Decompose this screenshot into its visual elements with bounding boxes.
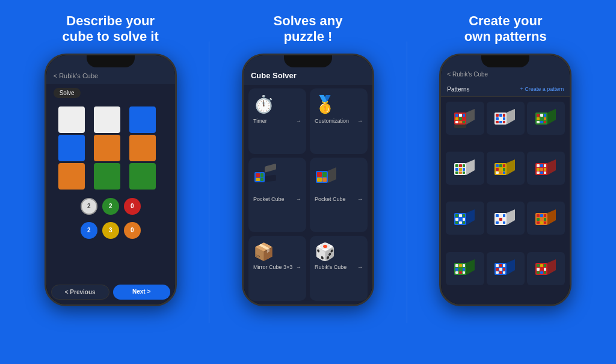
circle-yellow-count: 3 (109, 227, 112, 233)
circle-red[interactable]: 0 (124, 198, 141, 215)
panel-describe: Describe yourcube to solve it < Rubik's … (12, 6, 209, 358)
cube-cell-0[interactable] (58, 106, 85, 133)
svg-rect-39 (544, 114, 546, 117)
prev-button[interactable]: < Previous (51, 285, 109, 300)
phone1-back[interactable]: < Rubik's Cube (54, 72, 99, 79)
svg-rect-30 (499, 117, 502, 120)
medal-icon: 🥇 (315, 94, 363, 114)
svg-rect-122 (463, 271, 465, 274)
svg-marker-57 (466, 159, 475, 175)
svg-rect-75 (544, 168, 546, 171)
circle-orange[interactable]: 0 (124, 222, 141, 239)
svg-rect-44 (540, 121, 543, 123)
svg-rect-76 (537, 171, 540, 174)
pattern-cube-6[interactable] (527, 152, 565, 185)
cube-cell-5[interactable] (129, 135, 156, 161)
svg-rect-104 (540, 214, 543, 217)
phone2-screen: Cube Solver ⏱️ Timer → 🥇 (244, 55, 372, 304)
cube-cell-3[interactable] (58, 135, 85, 161)
svg-rect-82 (459, 214, 462, 217)
cube-cell-8[interactable] (129, 163, 156, 190)
circle-yellow[interactable]: 3 (102, 222, 119, 239)
pattern-cube-5[interactable] (487, 152, 525, 185)
svg-rect-16 (463, 114, 465, 117)
svg-rect-92 (496, 214, 499, 217)
svg-rect-5 (265, 164, 276, 173)
circle-green[interactable]: 2 (102, 198, 119, 215)
phone3-back[interactable]: < Rubik's Cube (447, 71, 488, 78)
svg-rect-118 (459, 268, 462, 271)
svg-rect-103 (537, 214, 540, 217)
next-button[interactable]: Next > (113, 285, 170, 300)
svg-rect-1 (256, 173, 260, 177)
card-customization[interactable]: 🥇 Customization → (310, 88, 368, 154)
svg-rect-52 (459, 168, 462, 171)
pattern-cube-7[interactable] (446, 202, 484, 235)
svg-rect-108 (544, 218, 546, 221)
cube-cell-7[interactable] (94, 163, 120, 190)
svg-marker-101 (507, 209, 515, 225)
svg-rect-3 (256, 178, 260, 181)
svg-rect-74 (540, 168, 543, 171)
svg-rect-43 (537, 121, 540, 123)
card-timer[interactable]: ⏱️ Timer → (248, 88, 306, 154)
svg-rect-73 (537, 168, 540, 171)
circle-white[interactable]: 2 (81, 198, 97, 215)
cube-cell-1[interactable] (94, 106, 120, 133)
svg-rect-107 (540, 218, 543, 221)
cube-cell-6[interactable] (58, 163, 85, 190)
svg-marker-79 (547, 159, 556, 175)
svg-rect-41 (540, 117, 543, 120)
create-pattern-button[interactable]: + Create a pattern (520, 86, 564, 92)
svg-rect-54 (455, 171, 458, 174)
pattern-cube-12[interactable] (527, 252, 565, 285)
svg-rect-65 (496, 171, 499, 174)
svg-marker-90 (466, 209, 475, 225)
timer-label: Timer → (253, 118, 301, 124)
pattern-cube-3[interactable] (527, 102, 565, 135)
svg-rect-60 (499, 164, 502, 167)
svg-rect-24 (454, 125, 466, 128)
svg-rect-110 (540, 221, 543, 224)
pattern-cube-2[interactable] (487, 102, 525, 135)
card-mirror-cube[interactable]: 📦 Mirror Cube 3×3 → (248, 236, 306, 300)
timer-icon: ⏱️ (253, 94, 301, 114)
pattern-cube-4[interactable] (446, 152, 484, 185)
card-pocket-cube-2[interactable]: Pocket Cube → (310, 158, 368, 232)
circle-red-count: 0 (131, 203, 134, 209)
svg-rect-144 (544, 271, 546, 274)
svg-rect-8 (317, 172, 322, 177)
pattern-cube-9[interactable] (527, 202, 565, 235)
cube-cell-4[interactable] (94, 135, 120, 161)
cube-cell-2[interactable] (129, 106, 156, 133)
svg-rect-45 (544, 121, 546, 123)
svg-rect-49 (459, 164, 462, 167)
pattern-cube-8[interactable] (487, 202, 525, 235)
svg-marker-46 (547, 109, 556, 125)
svg-rect-61 (503, 164, 505, 167)
svg-rect-114 (455, 264, 458, 267)
patterns-cube-grid (441, 97, 570, 304)
pattern-cube-10[interactable] (446, 252, 484, 285)
circle-blue[interactable]: 2 (81, 222, 97, 239)
svg-rect-71 (540, 164, 543, 167)
svg-rect-18 (459, 117, 462, 120)
svg-rect-22 (463, 121, 465, 123)
svg-rect-51 (455, 168, 458, 171)
svg-rect-63 (499, 168, 502, 171)
pocket-cube-icon-2 (315, 164, 363, 193)
svg-rect-133 (503, 271, 505, 274)
pocket-cube-label-1: Pocket Cube → (253, 196, 301, 202)
panel3-title: Create yourown patterns (464, 13, 547, 45)
pattern-cube-1[interactable] (446, 102, 484, 135)
pattern-cube-11[interactable] (487, 252, 525, 285)
svg-rect-32 (496, 121, 499, 123)
card-rubiks-cube[interactable]: 🎲 Rubik's Cube → (310, 236, 368, 300)
pocket-cube-icon-1 (253, 164, 301, 193)
svg-rect-31 (503, 117, 505, 120)
card-pocket-cube-1[interactable]: Pocket Cube → (248, 158, 306, 232)
svg-rect-99 (499, 221, 502, 224)
svg-rect-127 (503, 264, 505, 267)
solve-button[interactable]: Solve (54, 88, 81, 98)
phone1-nav: < Previous Next > (51, 285, 170, 300)
